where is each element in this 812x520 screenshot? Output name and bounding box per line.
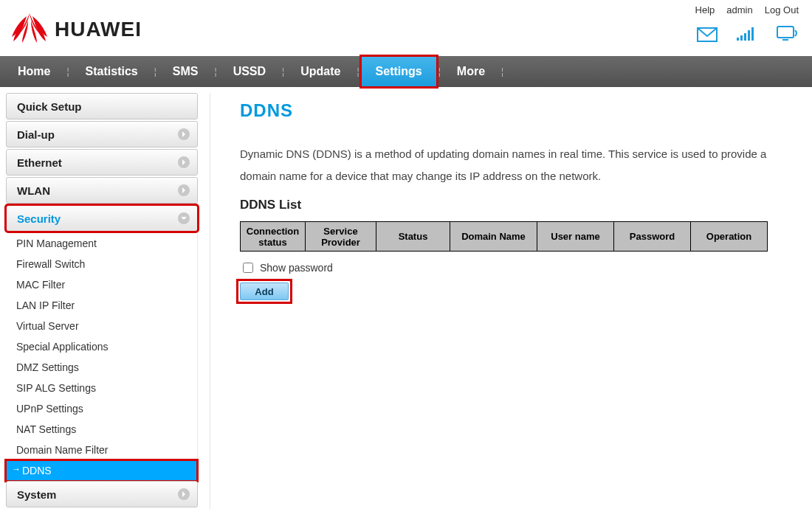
mail-icon[interactable]: [697, 27, 718, 45]
nav-separator: ¦: [153, 56, 158, 87]
sidebar-item-ddns[interactable]: DDNS: [6, 460, 197, 481]
nav-separator: ¦: [437, 56, 442, 87]
sidebar-item-domain[interactable]: Domain Name Filter: [6, 440, 197, 460]
header: HUAWEI Help admin Log Out: [0, 0, 812, 56]
col-service-provider: Service Provider: [306, 222, 376, 252]
chevron-right-icon: [178, 128, 190, 140]
col-operation: Operation: [691, 222, 768, 252]
sidebar-ethernet[interactable]: Ethernet: [6, 149, 198, 176]
sidebar-item-special[interactable]: Special Applications: [6, 336, 197, 357]
chevron-right-icon: [178, 184, 190, 196]
svg-rect-5: [751, 27, 754, 41]
sidebar-quick-setup[interactable]: Quick Setup: [6, 93, 198, 119]
svg-rect-1: [737, 38, 739, 41]
nav-settings[interactable]: Settings: [361, 56, 437, 87]
ddns-table: Connection status Service Provider Statu…: [240, 221, 768, 252]
col-status: Status: [376, 222, 450, 252]
chevron-down-icon: [178, 212, 190, 224]
page-description: Dynamic DNS (DDNS) is a method of updati…: [240, 143, 805, 187]
logout-link[interactable]: Log Out: [765, 4, 799, 15]
user-label[interactable]: admin: [726, 4, 752, 15]
help-link[interactable]: Help: [695, 4, 715, 15]
sidebar-item-label: Security: [17, 212, 61, 225]
sidebar-system[interactable]: System: [6, 481, 198, 507]
sidebar-item-sip[interactable]: SIP ALG Settings: [6, 378, 197, 398]
sidebar: Quick Setup Dial-up Ethernet WLAN Securi…: [6, 93, 198, 509]
navbar: Home ¦ Statistics ¦ SMS ¦ USSD ¦ Update …: [0, 56, 812, 87]
sidebar-item-lanip[interactable]: LAN IP Filter: [6, 295, 197, 316]
nav-separator: ¦: [213, 56, 219, 87]
nav-ussd[interactable]: USSD: [219, 56, 281, 87]
section-subtitle: DDNS List: [240, 198, 805, 212]
chevron-right-icon: [178, 156, 190, 168]
sidebar-item-upnp[interactable]: UPnP Settings: [6, 398, 197, 419]
monitor-icon[interactable]: [777, 26, 799, 45]
nav-more[interactable]: More: [442, 56, 500, 87]
sidebar-item-pin[interactable]: PIN Management: [6, 233, 197, 254]
col-user-name: User name: [537, 222, 614, 252]
show-password-checkbox[interactable]: [243, 263, 253, 273]
brand-text: HUAWEI: [55, 18, 142, 41]
top-links: Help admin Log Out: [695, 4, 799, 15]
sidebar-item-dmz[interactable]: DMZ Settings: [6, 357, 197, 378]
svg-rect-7: [782, 39, 788, 41]
sidebar-item-firewall[interactable]: Firewall Switch: [6, 254, 197, 274]
sidebar-item-mac[interactable]: MAC Filter: [6, 274, 197, 295]
col-domain-name: Domain Name: [450, 222, 537, 252]
main-content: DDNS Dynamic DNS (DDNS) is a method of u…: [210, 93, 812, 509]
sidebar-item-nat[interactable]: NAT Settings: [6, 419, 197, 440]
col-password: Password: [614, 222, 691, 252]
svg-rect-6: [777, 27, 794, 38]
huawei-logo-icon: [9, 12, 50, 47]
sidebar-wlan[interactable]: WLAN: [6, 177, 198, 204]
show-password-row: Show password: [240, 260, 805, 275]
nav-separator: ¦: [355, 56, 360, 87]
sidebar-item-label: System: [17, 488, 56, 501]
sidebar-security[interactable]: Security: [6, 205, 198, 232]
nav-separator: ¦: [65, 56, 70, 87]
sidebar-item-label: WLAN: [17, 184, 50, 197]
show-password-label: Show password: [260, 262, 333, 274]
add-button[interactable]: Add: [240, 282, 289, 300]
sidebar-item-label: Ethernet: [17, 156, 62, 169]
sidebar-item-label: Dial-up: [17, 128, 55, 141]
table-header-row: Connection status Service Provider Statu…: [241, 222, 768, 252]
svg-rect-3: [744, 33, 746, 41]
sidebar-dialup[interactable]: Dial-up: [6, 121, 198, 148]
nav-update[interactable]: Update: [286, 56, 355, 87]
chevron-right-icon: [178, 488, 190, 500]
brand: HUAWEI: [9, 12, 142, 47]
sidebar-security-subnav: PIN Management Firewall Switch MAC Filte…: [6, 233, 198, 481]
nav-sms[interactable]: SMS: [158, 56, 213, 87]
svg-rect-4: [748, 30, 750, 41]
body: Quick Setup Dial-up Ethernet WLAN Securi…: [0, 87, 812, 509]
svg-rect-2: [740, 35, 743, 41]
header-right: Help admin Log Out: [695, 4, 799, 45]
sidebar-item-virtual[interactable]: Virtual Server: [6, 316, 197, 336]
nav-statistics[interactable]: Statistics: [71, 56, 153, 87]
signal-icon: [737, 26, 757, 45]
sidebar-item-label: Quick Setup: [17, 100, 82, 113]
nav-home[interactable]: Home: [3, 56, 65, 87]
add-button-highlight: Add: [240, 282, 289, 300]
col-connection-status: Connection status: [241, 222, 306, 252]
nav-separator: ¦: [500, 56, 505, 87]
page-title: DDNS: [240, 100, 805, 121]
nav-separator: ¦: [281, 56, 286, 87]
status-icons: [697, 26, 799, 45]
